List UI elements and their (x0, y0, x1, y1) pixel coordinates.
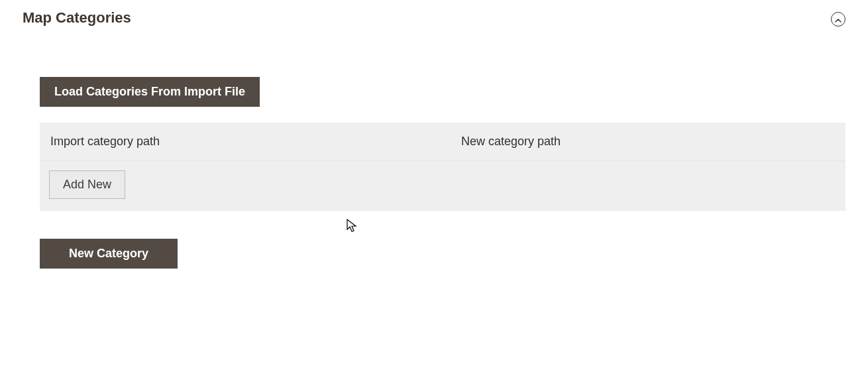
table-body: Add New (40, 161, 845, 211)
column-header-new-path: New category path (461, 135, 835, 149)
table-header-row: Import category path New category path (40, 123, 845, 161)
mapping-table: Import category path New category path A… (40, 123, 845, 211)
chevron-up-icon (835, 13, 841, 25)
load-categories-button[interactable]: Load Categories From Import File (40, 77, 260, 107)
collapse-toggle[interactable] (831, 12, 845, 27)
new-category-button[interactable]: New Category (40, 239, 178, 269)
column-header-import-path: Import category path (50, 135, 461, 149)
add-new-button[interactable]: Add New (49, 170, 125, 199)
section-title: Map Categories (23, 9, 131, 27)
